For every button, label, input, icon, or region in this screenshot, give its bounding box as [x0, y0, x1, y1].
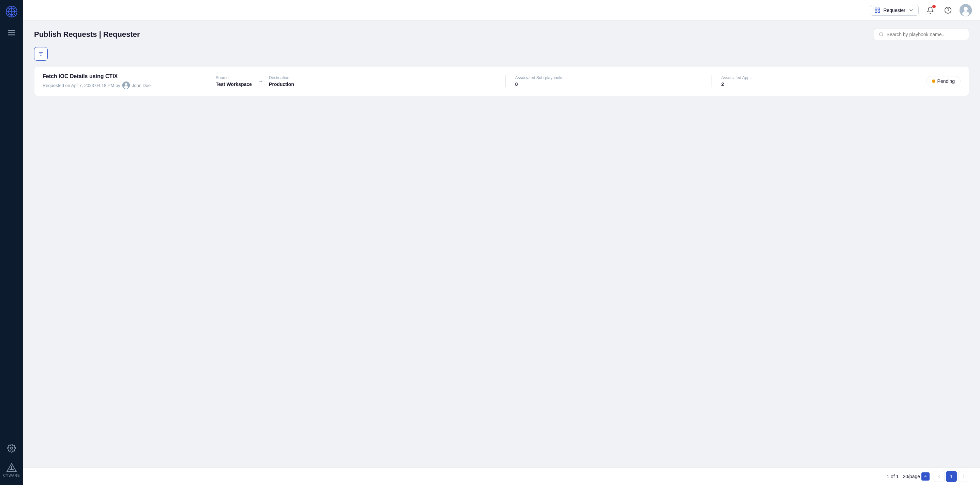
requester-name: John Doe: [132, 83, 151, 88]
source-value: Test Workspace: [216, 81, 252, 87]
chevron-right-icon: [961, 474, 966, 479]
svg-line-21: [882, 35, 883, 37]
source-info: Source Test Workspace: [216, 75, 252, 87]
pagination-info: 1 of 1: [887, 474, 899, 479]
svg-rect-5: [8, 32, 15, 34]
apps-label: Associated Apps: [721, 75, 752, 80]
sidebar-brand: CYWARE: [0, 458, 23, 485]
sub-playbooks-section: Associated Sub-playbooks 0: [506, 75, 712, 87]
svg-point-20: [880, 33, 883, 36]
destination-value: Production: [269, 81, 294, 87]
sidebar: CYWARE: [0, 0, 23, 485]
source-dest-arrow-icon: →: [257, 78, 263, 85]
requester-avatar: [123, 81, 130, 89]
request-date: Requested on Apr 7, 2023 04:18 PM by: [43, 83, 120, 88]
prev-page-button[interactable]: [934, 471, 945, 482]
help-button[interactable]: [942, 4, 954, 16]
request-card: Fetch IOC Details using CTIX Requested o…: [34, 66, 969, 96]
destination-label: Destination: [269, 75, 294, 80]
apps-info: Associated Apps 2: [721, 75, 752, 87]
svg-rect-6: [8, 34, 15, 35]
page-title: Publish Requests | Requester: [34, 30, 140, 39]
sidebar-logo[interactable]: [0, 0, 23, 23]
notifications-button[interactable]: [924, 4, 936, 16]
status-section: Pending: [918, 76, 961, 86]
source-label: Source: [216, 75, 252, 80]
search-input[interactable]: [887, 32, 964, 37]
page-body: Publish Requests | Requester F: [23, 21, 980, 485]
sub-playbooks-value: 0: [515, 81, 563, 87]
top-navigation: Requester: [23, 0, 980, 21]
sidebar-settings-button[interactable]: [0, 439, 23, 458]
sidebar-menu-button[interactable]: [0, 25, 23, 41]
svg-point-27: [124, 86, 128, 89]
filter-button[interactable]: [34, 47, 48, 61]
request-name: Fetch IOC Details using CTIX: [43, 73, 197, 80]
sub-playbooks-label: Associated Sub-playbooks: [515, 75, 563, 80]
status-label: Pending: [937, 78, 955, 84]
search-box[interactable]: [874, 29, 969, 40]
svg-rect-13: [875, 11, 877, 12]
page-header: Publish Requests | Requester: [34, 29, 969, 40]
per-page-up-button[interactable]: [921, 472, 929, 480]
filter-bar: [34, 47, 969, 61]
filter-icon: [38, 51, 44, 57]
notification-badge: [932, 4, 936, 9]
svg-point-19: [962, 11, 969, 16]
role-label: Requester: [883, 8, 905, 13]
request-meta: Requested on Apr 7, 2023 04:18 PM by Joh…: [43, 81, 197, 89]
apps-section: Associated Apps 2: [712, 75, 918, 87]
main-content: Requester: [23, 0, 980, 485]
svg-rect-11: [875, 8, 877, 10]
user-avatar[interactable]: [959, 4, 972, 16]
sidebar-brand-label: CYWARE: [3, 474, 20, 477]
search-icon: [879, 32, 884, 37]
source-destination-section: Source Test Workspace → Destination Prod…: [206, 75, 506, 87]
page-1-button[interactable]: 1: [946, 471, 957, 482]
sub-playbooks-info: Associated Sub-playbooks 0: [515, 75, 563, 87]
pagination-footer: 1 of 1 20/page 1: [23, 467, 980, 485]
svg-rect-4: [8, 30, 15, 31]
svg-rect-12: [878, 8, 880, 10]
apps-value: 2: [721, 81, 752, 87]
request-info: Fetch IOC Details using CTIX Requested o…: [43, 73, 206, 89]
per-page-label: 20/page: [903, 474, 920, 479]
destination-info: Destination Production: [269, 75, 294, 87]
chevron-left-icon: [937, 474, 942, 479]
role-selector-button[interactable]: Requester: [870, 5, 919, 16]
next-page-button[interactable]: [958, 471, 969, 482]
pagination-nav: 1: [934, 471, 969, 482]
per-page-selector[interactable]: 20/page: [903, 472, 929, 480]
status-badge: Pending: [926, 76, 961, 86]
svg-point-26: [125, 83, 127, 86]
svg-rect-14: [878, 11, 880, 12]
status-dot: [932, 80, 935, 83]
svg-point-7: [11, 447, 13, 450]
svg-point-18: [964, 7, 968, 11]
